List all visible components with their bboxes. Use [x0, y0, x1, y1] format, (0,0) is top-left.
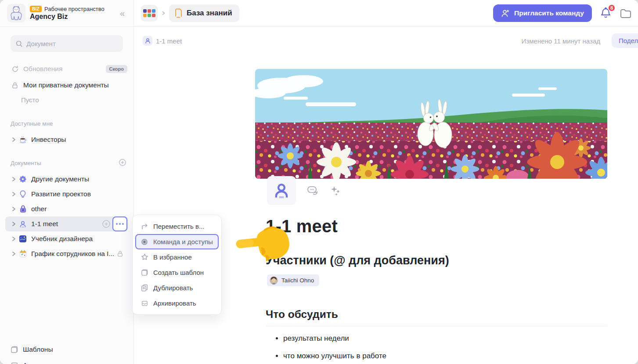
sidebar-item-designer-textbook[interactable]: Учебник дизайнера	[0, 231, 133, 246]
painting-emoji	[18, 234, 27, 243]
duplicate-icon	[141, 284, 148, 292]
doc-emoji-button[interactable]	[267, 176, 296, 205]
discuss-list: результаты недели что можно улучшить в р…	[283, 334, 607, 360]
section-shared: Доступные мне	[0, 117, 133, 130]
breadcrumb-knowledge-base[interactable]: База знаний	[169, 4, 239, 22]
sidebar-item-label: Развитие проектов	[31, 190, 91, 198]
person-doc-icon	[274, 182, 289, 199]
doc-title: 1-1 meet	[266, 216, 607, 236]
sparkles-icon	[329, 184, 342, 197]
sidebar-item-label: other	[31, 205, 47, 213]
menu-item-archive[interactable]: Архивировать	[135, 296, 219, 311]
apps-grid-button[interactable]	[141, 5, 158, 22]
add-document-icon[interactable]	[119, 159, 126, 168]
chevron-right-icon[interactable]	[11, 137, 18, 143]
sidebar-item-project-development[interactable]: Развитие проектов	[0, 187, 133, 202]
template-icon	[11, 346, 18, 353]
doc-breadcrumb[interactable]: 1-1 meet	[143, 36, 182, 46]
star-icon	[141, 253, 148, 261]
notification-count-badge: 8	[608, 4, 616, 12]
cover-image	[255, 69, 607, 179]
sidebar-item-updates[interactable]: Обновления Скоро	[0, 61, 133, 76]
section-title: Документы	[11, 160, 41, 166]
sidebar-item-archive[interactable]: Архив	[0, 358, 133, 364]
sidebar-item-private-docs[interactable]: Мои приватные документы	[0, 78, 133, 93]
list-item: что можно улучшить в работе	[283, 352, 607, 360]
doc-breadcrumb-label: 1-1 meet	[156, 37, 182, 45]
document-icon	[174, 8, 183, 18]
search-icon	[16, 40, 22, 47]
empty-placeholder: Пусто	[0, 93, 133, 107]
divider	[266, 326, 607, 326]
person-doc-icon	[18, 220, 27, 228]
sidebar-item-staff-schedule[interactable]: График сотрудников на I...	[0, 246, 133, 261]
chat-bubble-icon	[306, 185, 319, 196]
cat-mascot-icon	[10, 6, 23, 21]
sidebar-item-label: Инвесторы	[31, 136, 66, 144]
menu-item-duplicate[interactable]: Дублировать	[135, 280, 219, 296]
chevron-right-icon[interactable]	[11, 221, 18, 227]
sidebar-item-templates[interactable]: Шаблоны	[0, 342, 133, 357]
workspace-meta: BIZ Рабочее пространство Agency Biz	[30, 6, 118, 21]
refresh-icon	[11, 65, 19, 73]
menu-item-label: Команда и доступы	[153, 238, 213, 245]
participants-heading: Участники (@ для добавления)	[266, 254, 607, 267]
sidebar-item-label: Учебник дизайнера	[31, 235, 93, 243]
access-icon	[141, 238, 148, 245]
chevron-right-icon[interactable]	[11, 251, 18, 257]
doc-toolbar: 1-1 meet Изменено 11 минут назад Поделит…	[134, 27, 638, 55]
menu-item-favorite[interactable]: В избранное	[135, 249, 219, 265]
person-plus-icon	[501, 9, 510, 18]
plan-badge: BIZ	[30, 6, 42, 12]
sidebar-item-label: Мои приватные документы	[23, 81, 109, 89]
sidebar-item-other-documents[interactable]: Другие документы	[0, 172, 133, 187]
invite-team-button[interactable]: Пригласить команду	[493, 4, 592, 22]
chevron-right-icon[interactable]	[11, 191, 18, 197]
workspace-logo[interactable]	[7, 4, 25, 22]
sidebar-item-label: Другие документы	[31, 175, 89, 183]
avatar	[270, 276, 278, 285]
collapse-sidebar-icon[interactable]: «	[118, 7, 126, 19]
modified-timestamp: Изменено 11 минут назад	[522, 37, 600, 45]
ai-sparkles-button[interactable]	[329, 184, 342, 197]
folder-button[interactable]	[620, 8, 632, 19]
sidebar-item-1-1-meet[interactable]: 1-1 meet	[5, 216, 128, 231]
app-window: BIZ Рабочее пространство Agency Biz « Об…	[0, 0, 638, 364]
workspace-type-label: Рабочее пространство	[44, 6, 105, 12]
search-input[interactable]	[26, 40, 118, 47]
archive-icon	[141, 300, 148, 307]
menu-item-label: Создать шаблон	[153, 269, 204, 276]
workspace-name[interactable]: Agency Biz	[30, 13, 118, 21]
comments-button[interactable]	[306, 185, 319, 196]
add-subdoc-icon[interactable]	[102, 220, 111, 228]
menu-item-create-template[interactable]: Создать шаблон	[135, 265, 219, 280]
chevron-right-icon[interactable]	[11, 206, 18, 212]
sidebar-item-other[interactable]: other	[0, 202, 133, 216]
section-documents: Документы	[0, 157, 133, 169]
chevron-right-icon[interactable]	[11, 236, 18, 242]
menu-item-move-to[interactable]: Переместить в...	[135, 219, 219, 234]
breadcrumb-separator-icon	[161, 11, 166, 16]
gear-emoji	[18, 175, 27, 184]
folder-icon	[620, 8, 632, 19]
notifications-button[interactable]: 8	[600, 7, 612, 19]
breadcrumb-title: База знаний	[187, 9, 232, 18]
coffee-emoji	[18, 135, 27, 144]
share-button[interactable]: Поделиться	[612, 33, 638, 48]
menu-item-team-access[interactable]: Команда и доступы	[135, 234, 219, 249]
menu-item-label: В избранное	[153, 253, 192, 261]
invite-team-label: Пригласить команду	[514, 9, 584, 17]
more-options-button[interactable]	[112, 216, 127, 231]
bulb-emoji	[18, 190, 27, 198]
list-item: результаты недели	[283, 334, 607, 343]
search-bar[interactable]	[11, 35, 123, 52]
sidebar-item-investors[interactable]: Инвесторы	[0, 132, 133, 147]
participant-chip[interactable]: Taiichi Ohno	[267, 274, 319, 286]
doc-icon-row	[267, 176, 607, 205]
document-body: 1-1 meet Участники (@ для добавления) Ta…	[255, 69, 607, 360]
workspace-header: BIZ Рабочее пространство Agency Biz «	[0, 0, 133, 27]
chevron-right-icon[interactable]	[11, 176, 18, 182]
sidebar-item-label: 1-1 meet	[31, 220, 58, 228]
menu-item-label: Дублировать	[153, 284, 193, 292]
sidebar-item-label: Шаблоны	[23, 346, 53, 353]
